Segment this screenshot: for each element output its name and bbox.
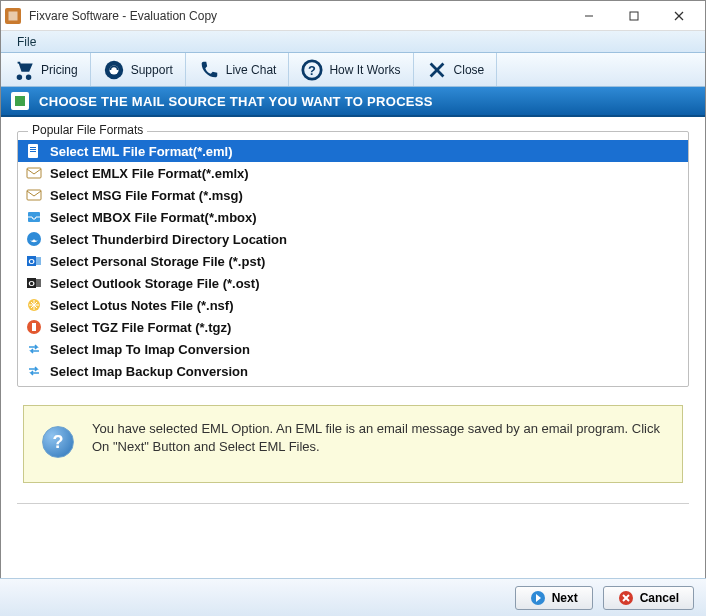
format-item[interactable]: Select Thunderbird Directory Location — [18, 228, 688, 250]
format-item[interactable]: Select MBOX File Format(*.mbox) — [18, 206, 688, 228]
doc-icon — [11, 92, 29, 110]
svg-rect-22 — [36, 257, 41, 265]
cancel-icon — [618, 590, 634, 606]
headset-icon — [103, 59, 125, 81]
format-item-label: Select Personal Storage File (*.pst) — [50, 254, 265, 269]
svg-rect-16 — [27, 168, 41, 178]
format-item-label: Select Outlook Storage File (*.ost) — [50, 276, 259, 291]
svg-rect-0 — [9, 11, 18, 20]
next-button[interactable]: Next — [515, 586, 593, 610]
close-label: Close — [454, 63, 485, 77]
format-item[interactable]: Select Imap To Imap Conversion — [18, 338, 688, 360]
format-list: Select EML File Format(*.eml)Select EMLX… — [18, 140, 688, 382]
svg-text:?: ? — [309, 62, 317, 77]
svg-text:O: O — [28, 279, 34, 288]
format-item-label: Select MBOX File Format(*.mbox) — [50, 210, 257, 225]
doc-icon — [26, 143, 42, 159]
menu-file[interactable]: File — [9, 33, 44, 51]
cancel-button[interactable]: Cancel — [603, 586, 694, 610]
format-item-label: Select Imap To Imap Conversion — [50, 342, 250, 357]
question-icon: ? — [301, 59, 323, 81]
mail-icon — [26, 165, 42, 181]
help-icon: ? — [42, 426, 74, 458]
live-chat-label: Live Chat — [226, 63, 277, 77]
support-label: Support — [131, 63, 173, 77]
lotus-icon — [26, 297, 42, 313]
svg-rect-28 — [32, 323, 36, 331]
footer: Next Cancel — [0, 578, 706, 616]
pricing-button[interactable]: Pricing — [1, 53, 91, 86]
next-arrow-icon — [530, 590, 546, 606]
cart-icon — [13, 59, 35, 81]
format-item-label: Select EMLX File Format(*.emlx) — [50, 166, 249, 181]
close-button[interactable]: Close — [414, 53, 498, 86]
archive-icon — [26, 319, 42, 335]
format-item[interactable]: Select Imap Backup Conversion — [18, 360, 688, 382]
main-content: Popular File Formats Select EML File For… — [1, 117, 705, 387]
format-item[interactable]: OSelect Outlook Storage File (*.ost) — [18, 272, 688, 294]
info-message: You have selected EML Option. An EML fil… — [92, 420, 664, 456]
format-item-label: Select Imap Backup Conversion — [50, 364, 248, 379]
format-item[interactable]: Select EMLX File Format(*.emlx) — [18, 162, 688, 184]
x-icon — [426, 59, 448, 81]
toolbar: Pricing Support Live Chat ? How It Works… — [1, 53, 705, 87]
phone-icon — [198, 59, 220, 81]
minimize-button[interactable] — [566, 2, 611, 30]
separator — [17, 503, 689, 504]
svg-rect-14 — [30, 149, 36, 150]
how-it-works-button[interactable]: ? How It Works — [289, 53, 413, 86]
swap-icon — [26, 363, 42, 379]
close-window-button[interactable] — [656, 2, 701, 30]
format-item-label: Select Lotus Notes File (*.nsf) — [50, 298, 233, 313]
format-item-label: Select EML File Format(*.eml) — [50, 144, 233, 159]
how-it-works-label: How It Works — [329, 63, 400, 77]
window-title: Fixvare Software - Evaluation Copy — [29, 9, 566, 23]
svg-rect-11 — [15, 96, 25, 106]
maximize-button[interactable] — [611, 2, 656, 30]
step-banner-text: CHOOSE THE MAIL SOURCE THAT YOU WANT TO … — [39, 94, 433, 109]
svg-rect-15 — [30, 151, 36, 152]
swap-icon — [26, 341, 42, 357]
info-box: ? You have selected EML Option. An EML f… — [23, 405, 683, 483]
format-item[interactable]: Select MSG File Format (*.msg) — [18, 184, 688, 206]
next-label: Next — [552, 591, 578, 605]
outlook-icon: O — [26, 253, 42, 269]
cancel-label: Cancel — [640, 591, 679, 605]
svg-rect-25 — [36, 279, 41, 287]
format-item[interactable]: Select Lotus Notes File (*.nsf) — [18, 294, 688, 316]
step-banner: CHOOSE THE MAIL SOURCE THAT YOU WANT TO … — [1, 87, 705, 117]
format-item-label: Select TGZ File Format (*.tgz) — [50, 320, 231, 335]
outlook-dark-icon: O — [26, 275, 42, 291]
live-chat-button[interactable]: Live Chat — [186, 53, 290, 86]
format-item[interactable]: OSelect Personal Storage File (*.pst) — [18, 250, 688, 272]
svg-rect-2 — [630, 12, 638, 20]
format-item[interactable]: Select TGZ File Format (*.tgz) — [18, 316, 688, 338]
svg-rect-17 — [27, 190, 41, 200]
format-item-label: Select Thunderbird Directory Location — [50, 232, 287, 247]
menubar: File — [1, 31, 705, 53]
format-item-label: Select MSG File Format (*.msg) — [50, 188, 243, 203]
groupbox-legend: Popular File Formats — [28, 123, 147, 137]
support-button[interactable]: Support — [91, 53, 186, 86]
svg-rect-13 — [30, 147, 36, 148]
app-icon — [5, 8, 21, 24]
thunderbird-icon — [26, 231, 42, 247]
inbox-icon — [26, 209, 42, 225]
svg-text:O: O — [28, 257, 34, 266]
format-item[interactable]: Select EML File Format(*.eml) — [18, 140, 688, 162]
mail-icon — [26, 187, 42, 203]
formats-groupbox: Popular File Formats Select EML File For… — [17, 131, 689, 387]
titlebar: Fixvare Software - Evaluation Copy — [1, 1, 705, 31]
pricing-label: Pricing — [41, 63, 78, 77]
